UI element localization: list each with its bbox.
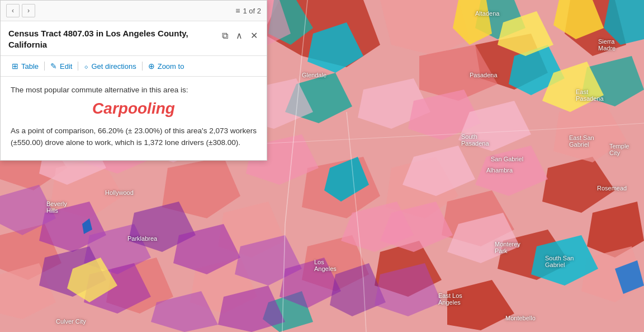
highlight-value: Carpooling: [11, 100, 257, 118]
list-icon: ≡: [235, 6, 240, 15]
close-button[interactable]: ✕: [249, 29, 259, 42]
zoom-icon: ⊕: [148, 62, 155, 71]
table-label: Table: [21, 62, 39, 71]
nav-arrows-group: ‹ ›: [6, 4, 35, 17]
prev-button[interactable]: ‹: [6, 4, 20, 17]
directions-button[interactable]: ⬦ Get directions: [78, 59, 141, 73]
popup-nav-bar: ‹ › ≡ 1 of 2: [1, 1, 267, 21]
popup-content: The most popular commute alternative in …: [1, 77, 267, 160]
copy-button[interactable]: ⧉: [221, 30, 229, 42]
popup-title-bar: Census Tract 4807.03 in Los Angeles Coun…: [1, 21, 267, 56]
popup-toolbar: ⊞ Table ✎ Edit ⬦ Get directions ⊕ Zoom t…: [1, 56, 267, 77]
collapse-button[interactable]: ∧: [235, 29, 244, 42]
directions-icon: ⬦: [84, 62, 88, 71]
popup-title: Census Tract 4807.03 in Los Angeles Coun…: [8, 28, 215, 50]
next-button[interactable]: ›: [22, 4, 35, 17]
popup-panel: ‹ › ≡ 1 of 2 Census Tract 4807.03 in Los…: [0, 0, 267, 161]
directions-label: Get directions: [91, 62, 136, 71]
edit-button[interactable]: ✎ Edit: [45, 59, 78, 73]
counter-text: 1 of 2: [243, 7, 261, 15]
title-actions-group: ⧉ ∧ ✕: [221, 29, 259, 42]
table-icon: ⊞: [12, 62, 18, 71]
nav-counter: ≡ 1 of 2: [235, 6, 261, 15]
edit-label: Edit: [60, 62, 72, 71]
edit-icon: ✎: [50, 62, 57, 71]
zoom-button[interactable]: ⊕ Zoom to: [143, 59, 190, 73]
zoom-label: Zoom to: [158, 62, 184, 71]
intro-text: The most popular commute alternative in …: [11, 86, 257, 94]
body-text: As a point of comparison, 66.20% (± 23.0…: [11, 125, 257, 149]
table-button[interactable]: ⊞ Table: [6, 59, 44, 73]
